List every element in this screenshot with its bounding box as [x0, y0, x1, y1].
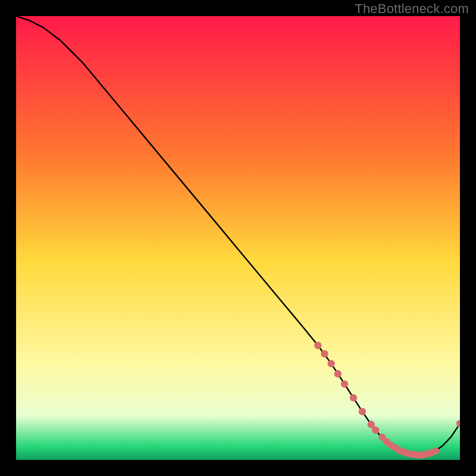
watermark-text: TheBottleneck.com	[355, 1, 469, 17]
plot-area	[16, 16, 460, 460]
data-marker	[350, 394, 357, 401]
data-marker	[368, 421, 375, 428]
data-marker	[432, 447, 439, 455]
chart-svg	[16, 16, 460, 460]
data-marker	[359, 408, 366, 415]
data-marker	[341, 380, 348, 387]
data-marker	[321, 350, 328, 358]
chart-container: TheBottleneck.com	[0, 0, 476, 476]
data-marker	[327, 360, 334, 367]
data-marker	[334, 370, 342, 377]
gradient-background	[16, 16, 460, 460]
data-marker	[372, 427, 379, 434]
data-marker	[314, 342, 321, 349]
